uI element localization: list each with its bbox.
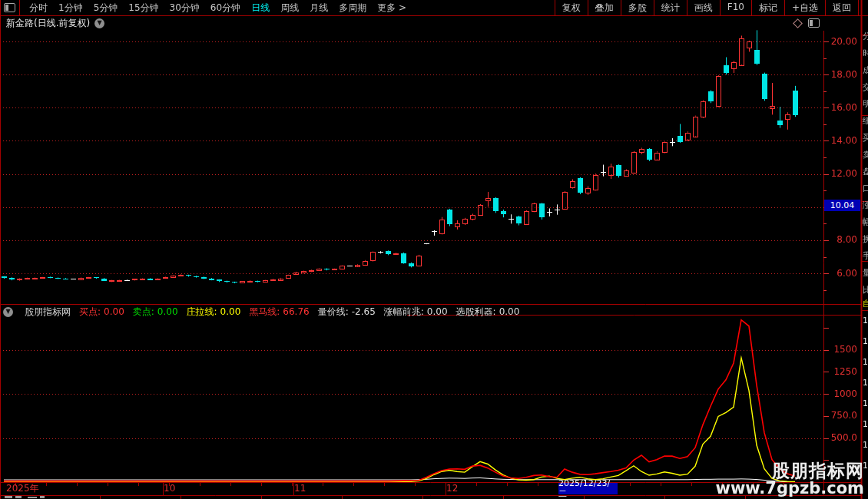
indicator-field-label-3: 黑马线: bbox=[249, 306, 280, 317]
strip-glyph-6: 买 bbox=[863, 134, 868, 142]
title-row-icons bbox=[794, 18, 820, 28]
sub-value-tick-500: 500.0 bbox=[825, 433, 857, 443]
indicator-field-3: 黑马线:66.76 bbox=[249, 306, 309, 319]
indicator-field-value-2: 0.00 bbox=[220, 306, 241, 317]
period-tab-0[interactable]: 分时 bbox=[29, 2, 48, 15]
x-axis-label-0: 2025年 bbox=[6, 484, 39, 494]
main-price-tick-16: 16.00 bbox=[825, 103, 857, 113]
main-price-tick-14: 14.00 bbox=[825, 136, 857, 146]
strip-glyph-2: 成 bbox=[863, 66, 868, 74]
period-tab-5[interactable]: 60分钟 bbox=[210, 2, 240, 15]
indicator-field-label-1: 卖点: bbox=[133, 306, 154, 317]
main-price-tick-8: 8.00 bbox=[825, 235, 857, 245]
toolbar-action-8[interactable]: 返回 bbox=[825, 0, 859, 15]
toolbar-action-2[interactable]: 多股 bbox=[621, 0, 654, 15]
sub-value-tick-1250: 1250 bbox=[825, 367, 857, 377]
main-price-tick-6: 6.00 bbox=[825, 269, 857, 279]
period-toolbar: 分时1分钟5分钟15分钟30分钟60分钟日线周线月线多周期更多 > 复权叠加多股… bbox=[0, 0, 868, 15]
selected-date-badge: 2025/12/23/二 bbox=[558, 483, 618, 494]
indicator-header: ▼ 股朋指标网 买点:0.00卖点:0.00庄拉线:0.00黑马线:66.76量… bbox=[3, 306, 519, 317]
page-title: 新金路(日线.前复权) bbox=[6, 17, 90, 30]
strip-glyph-15: 比 bbox=[863, 286, 868, 294]
indicator-field-value-4: -2.65 bbox=[352, 306, 376, 317]
period-tab-4[interactable]: 30分钟 bbox=[170, 2, 200, 15]
toolbar-actions: 复权叠加多股统计画线F10标记+自选返回 bbox=[555, 0, 859, 15]
indicator-field-label-2: 庄拉线: bbox=[187, 306, 217, 317]
sub-value-tick-1000: 1000 bbox=[825, 389, 857, 399]
strip-digit-5: 1 bbox=[863, 420, 868, 428]
toolbar-action-3[interactable]: 统计 bbox=[654, 0, 687, 15]
toolbar-action-4[interactable]: 画线 bbox=[687, 0, 720, 15]
period-tab-8[interactable]: 月线 bbox=[310, 2, 328, 15]
period-tab-2[interactable]: 5分钟 bbox=[94, 2, 118, 15]
period-tab-1[interactable]: 1分钟 bbox=[58, 2, 83, 15]
main-price-tick-12: 12.00 bbox=[825, 169, 857, 179]
period-tab-10[interactable]: 更多 > bbox=[377, 2, 406, 15]
indicator-field-4: 量价线:-2.65 bbox=[318, 306, 376, 319]
indicator-field-0: 买点:0.00 bbox=[79, 306, 124, 319]
indicator-field-value-3: 66.76 bbox=[283, 306, 309, 317]
layout-icon bbox=[4, 3, 15, 12]
period-tab-9[interactable]: 多周期 bbox=[339, 2, 366, 15]
watermark-site-url: www.7gpzb.com bbox=[715, 481, 864, 497]
strip-glyph-7: 卖 bbox=[863, 150, 868, 159]
indicator-fields: 买点:0.00卖点:0.00庄拉线:0.00黑马线:66.76量价线:-2.65… bbox=[79, 306, 519, 319]
last-price-marker: 10.04 bbox=[824, 200, 860, 211]
indicator-field-label-4: 量价线: bbox=[318, 306, 349, 317]
diamond-marker-icon[interactable] bbox=[793, 18, 803, 28]
indicator-field-label-0: 买点: bbox=[79, 306, 101, 317]
x-axis-label-2: 11 bbox=[294, 484, 306, 494]
toolbar-action-6[interactable]: 标记 bbox=[751, 0, 784, 15]
indicator-chevron-down-icon[interactable]: ▼ bbox=[3, 307, 13, 317]
x-axis-label-3: 12 bbox=[446, 484, 458, 494]
strip-glyph-11: 幅 bbox=[863, 218, 868, 226]
chart-title-row: 新金路(日线.前复权) ▼ bbox=[6, 17, 104, 29]
indicator-field-2: 庄拉线:0.00 bbox=[187, 306, 241, 319]
stock-app-window: 分时1分钟5分钟15分钟30分钟60分钟日线周线月线多周期更多 > 复权叠加多股… bbox=[0, 0, 868, 499]
strip-glyph-3: 交 bbox=[863, 83, 868, 91]
period-tab-3[interactable]: 15分钟 bbox=[128, 2, 158, 15]
main-price-tick-20: 20.00 bbox=[825, 37, 857, 47]
sub-value-tick-1500: 1500 bbox=[825, 345, 857, 355]
chart-canvas[interactable] bbox=[0, 0, 868, 499]
strip-digit-2: 1 bbox=[863, 358, 868, 366]
indicator-field-value-6: 0.00 bbox=[499, 306, 520, 317]
layout-toggle-button[interactable] bbox=[0, 0, 19, 15]
strip-glyph-8: 盘 bbox=[863, 167, 868, 176]
period-tab-6[interactable]: 日线 bbox=[251, 2, 270, 15]
toolbar-action-7[interactable]: +自选 bbox=[784, 0, 825, 15]
indicator-field-value-0: 0.00 bbox=[104, 306, 124, 317]
indicator-field-6: 选股利器:0.00 bbox=[456, 306, 520, 319]
strip-digit-6: 1 bbox=[863, 441, 868, 449]
strip-glyph-0: 分 bbox=[863, 32, 868, 41]
indicator-field-value-1: 0.00 bbox=[157, 306, 178, 317]
strip-digit-4: 1 bbox=[863, 399, 868, 408]
indicator-field-5: 涨幅前兆:0.00 bbox=[384, 306, 448, 319]
indicator-field-label-5: 涨幅前兆: bbox=[384, 306, 424, 317]
split-panel-icon[interactable] bbox=[808, 18, 820, 28]
period-tab-7[interactable]: 周线 bbox=[280, 2, 299, 15]
sub-value-tick-750: 750.0 bbox=[825, 411, 857, 421]
watermark: 股朋指标网 www.7gpzb.com bbox=[715, 462, 864, 497]
strip-glyph-5: 细 bbox=[863, 117, 868, 125]
strip-glyph-4: 明 bbox=[863, 100, 868, 108]
strip-glyph-9: 口 bbox=[863, 184, 868, 193]
indicator-field-label-6: 选股利器: bbox=[456, 306, 496, 317]
strip-glyph-14: 量 bbox=[863, 269, 868, 277]
strip-glyph-12: 换 bbox=[863, 235, 868, 243]
period-tabs: 分时1分钟5分钟15分钟30分钟60分钟日线周线月线多周期更多 > bbox=[24, 2, 412, 15]
strip-glyph-10: 涨 bbox=[863, 201, 868, 210]
toolbar-action-1[interactable]: 叠加 bbox=[588, 0, 621, 15]
indicator-field-1: 卖点:0.00 bbox=[133, 306, 178, 319]
strip-digit-1: 1 bbox=[863, 337, 868, 345]
toolbar-action-5[interactable]: F10 bbox=[720, 0, 751, 15]
strip-glyph-13: 手 bbox=[863, 252, 868, 260]
main-price-tick-18: 18.00 bbox=[825, 70, 857, 80]
strip-digit-3: 1 bbox=[863, 378, 868, 387]
title-chevron-down-icon[interactable]: ▼ bbox=[94, 18, 104, 28]
strip-glyph-1: 时 bbox=[863, 49, 868, 58]
toolbar-action-0[interactable]: 复权 bbox=[555, 0, 588, 15]
indicator-source-label: 股朋指标网 bbox=[25, 306, 71, 319]
watermark-site-name: 股朋指标网 bbox=[715, 462, 864, 481]
x-axis-label-1: 10 bbox=[164, 484, 175, 494]
